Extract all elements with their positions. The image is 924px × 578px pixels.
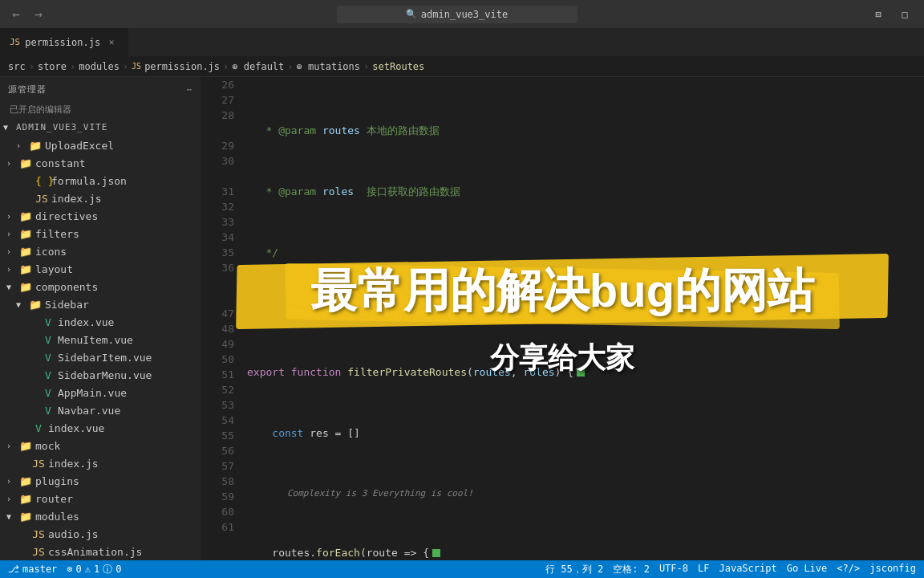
sidebar-item-menuitemvue[interactable]: V MenuItem.vue	[0, 331, 201, 348]
folder-icon: 📁	[29, 299, 42, 311]
line-numbers: 26 27 28 29 30 31 32 33 34 35 36 47 48 4…	[201, 77, 241, 560]
open-editors-label: 已开启的编辑器	[0, 102, 201, 117]
code-line-28: */	[247, 245, 924, 260]
sidebar-item-cssanimationjs[interactable]: JS cssAnimation.js	[0, 543, 201, 560]
sidebar-label: Sidebar	[45, 299, 89, 311]
sidebar-item-constant[interactable]: › 📁 constant	[0, 154, 201, 172]
vue-icon: V	[42, 405, 55, 417]
vue-icon: V	[42, 369, 55, 381]
status-errors[interactable]: ⊗ 0 ⚠ 1 ⓘ 0	[67, 563, 121, 576]
sidebar-label: SidebarItem.vue	[58, 352, 152, 364]
line-ending[interactable]: LF	[698, 563, 709, 576]
sidebar-item-components[interactable]: ▼ 📁 components	[0, 278, 201, 295]
sidebar-tree: ▼ ADMIN_VUE3_VITE › 📁 UploadExcel › 📁 co…	[0, 117, 201, 560]
sidebar-label: router	[35, 493, 73, 505]
language-mode[interactable]: JavaScript	[719, 563, 776, 576]
sidebar: 源管理器 ⋯ 已开启的编辑器 ▼ ADMIN_VUE3_VITE › 📁 Upl…	[0, 77, 201, 560]
forward-button[interactable]: →	[30, 6, 47, 22]
folder-icon: 📁	[19, 475, 32, 487]
sidebar-item-indexvue-sidebar[interactable]: V index.vue	[0, 313, 201, 331]
title-bar-nav: ← →	[8, 6, 47, 22]
title-bar: ← → 🔍 admin_vue3_vite ⊟ □	[0, 0, 924, 28]
live-server-button[interactable]: Go Live	[787, 563, 828, 576]
breadcrumb-default[interactable]: ⊕ default	[232, 61, 284, 72]
sidebar-label: cssAnimation.js	[48, 546, 142, 558]
status-git[interactable]: ⎇ master	[8, 564, 57, 575]
sidebar-title: 源管理器	[8, 83, 47, 96]
back-button[interactable]: ←	[8, 6, 24, 22]
sidebar-label: components	[35, 281, 98, 293]
breadcrumb-setroutes[interactable]: setRoutes	[372, 61, 424, 72]
sidebar-label: constant	[35, 157, 86, 169]
sidebar-item-directives[interactable]: › 📁 directives	[0, 207, 201, 225]
sidebar-item-audiojs[interactable]: JS audio.js	[0, 525, 201, 543]
breadcrumb: src › store › modules › JS permission.js…	[0, 56, 924, 77]
breadcrumb-store[interactable]: store	[38, 61, 67, 72]
sidebar-item-router[interactable]: › 📁 router	[0, 490, 201, 507]
vue-icon: V	[42, 316, 55, 328]
git-branch: master	[22, 564, 57, 575]
editor-content[interactable]: 26 27 28 29 30 31 32 33 34 35 36 47 48 4…	[201, 77, 924, 560]
sidebar-item-mock[interactable]: › 📁 mock	[0, 437, 201, 454]
address-bar[interactable]: 🔍 admin_vue3_vite	[337, 6, 578, 23]
breadcrumb-mutations[interactable]: ⊕ mutations	[297, 61, 360, 72]
tab-permission-js[interactable]: JS permission.js ✕	[0, 28, 128, 56]
folder-arrow: ›	[6, 265, 19, 274]
sidebar-menu-icon[interactable]: ⋯	[186, 84, 192, 95]
folder-arrow: ▼	[6, 283, 19, 291]
sidebar-item-indexjs-constant[interactable]: JS index.js	[0, 189, 201, 207]
sidebar-item-modules[interactable]: ▼ 📁 modules	[0, 507, 201, 525]
status-right: 行 55，列 2 空格: 2 UTF-8 LF JavaScript Go Li…	[545, 563, 916, 576]
indentation[interactable]: 空格: 2	[613, 563, 650, 576]
breadcrumb-file[interactable]: permission.js	[144, 61, 220, 72]
sidebar-item-sidebarmenuvue[interactable]: V SidebarMenu.vue	[0, 366, 201, 384]
tab-bar: JS permission.js ✕	[0, 28, 924, 56]
code-editor[interactable]: * @param routes 本地的路由数据 * @param roles 接…	[241, 77, 924, 560]
warning-icon: ⚠	[85, 564, 91, 575]
sidebar-header: 源管理器 ⋯	[0, 77, 201, 102]
sidebar-item-sidebaritemvue[interactable]: V SidebarItem.vue	[0, 348, 201, 366]
vue-icon: V	[42, 352, 55, 364]
sidebar-label: MenuItem.vue	[58, 334, 133, 346]
breadcrumb-modules[interactable]: modules	[79, 61, 120, 72]
sidebar-label: audio.js	[48, 528, 99, 540]
encoding[interactable]: UTF-8	[659, 563, 688, 576]
sidebar-item-formulajson[interactable]: { } formula.json	[0, 172, 201, 189]
sidebar-item-sidebar[interactable]: ▼ 📁 Sidebar	[0, 295, 201, 313]
sidebar-item-layout[interactable]: › 📁 layout	[0, 260, 201, 278]
sidebar-item-indexvue-layout[interactable]: V index.vue	[0, 419, 201, 437]
maximize-button[interactable]: □	[894, 6, 916, 23]
folder-arrow: ›	[6, 477, 19, 486]
code-line-30: const res = []	[247, 425, 924, 441]
tab-close-button[interactable]: ✕	[105, 36, 118, 49]
folder-icon: 📁	[19, 246, 32, 258]
code-line-29: export function filterPrivateRoutes(rout…	[247, 364, 924, 380]
info-count: 0	[116, 564, 121, 575]
status-bar: ⎇ master ⊗ 0 ⚠ 1 ⓘ 0 行 55，列 2 空格: 2 UTF-…	[0, 560, 924, 578]
sidebar-root[interactable]: ▼ ADMIN_VUE3_VITE	[0, 117, 201, 136]
folder-icon: 📁	[19, 511, 32, 523]
sidebar-item-uploadexcel[interactable]: › 📁 UploadExcel	[0, 136, 201, 154]
sidebar-label: filters	[35, 228, 79, 240]
json-icon: { }	[35, 175, 48, 187]
breadcrumb-src[interactable]: src	[8, 61, 26, 72]
js-icon: JS	[35, 193, 48, 205]
sidebar-item-indexjs-mock[interactable]: JS index.js	[0, 454, 201, 472]
sidebar-item-appmainvue[interactable]: V AppMain.vue	[0, 384, 201, 401]
sidebar-label: icons	[35, 246, 67, 258]
sidebar-label: formula.json	[51, 175, 127, 187]
sidebar-item-navbarvue[interactable]: V Navbar.vue	[0, 401, 201, 419]
root-arrow: ▼	[3, 123, 16, 132]
info-icon: ⓘ	[103, 563, 112, 576]
sidebar-toggle[interactable]: ⊟	[867, 6, 890, 23]
warning-count: 1	[94, 564, 99, 575]
sidebar-item-icons[interactable]: › 📁 icons	[0, 242, 201, 260]
ext-1[interactable]: <?/>	[837, 563, 860, 576]
folder-arrow: ›	[6, 230, 19, 238]
ext-2[interactable]: jsconfig	[869, 563, 916, 576]
sidebar-item-plugins[interactable]: › 📁 plugins	[0, 472, 201, 490]
sidebar-label: index.vue	[58, 316, 114, 328]
js-icon: JS	[32, 546, 45, 558]
cursor-position[interactable]: 行 55，列 2	[545, 563, 603, 576]
sidebar-item-filters[interactable]: › 📁 filters	[0, 225, 201, 242]
